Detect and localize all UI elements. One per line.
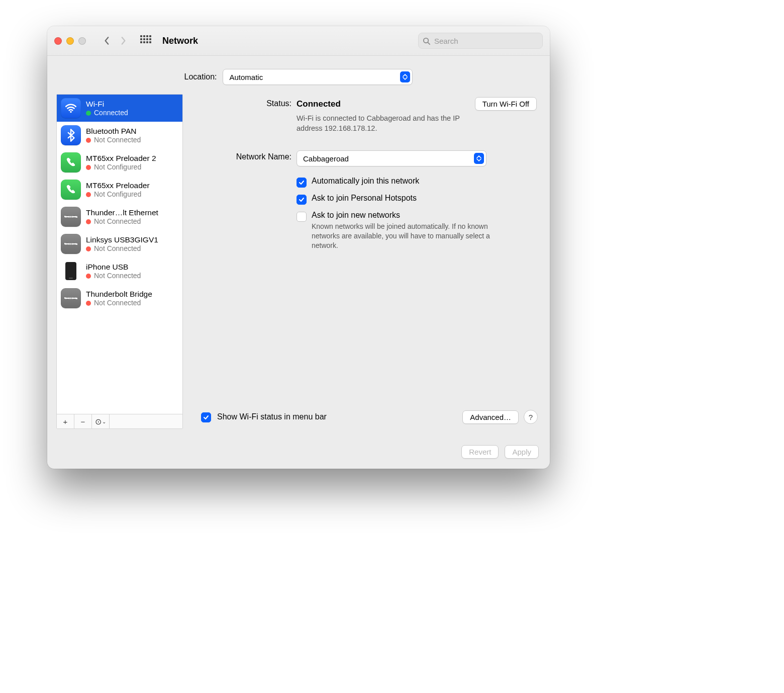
select-stepper-icon [474,153,484,164]
search-field[interactable] [418,33,543,49]
interface-status: Not Connected [86,217,158,226]
forward-button [116,34,130,48]
back-button[interactable] [100,34,114,48]
auto-join-checkbox[interactable] [297,178,307,188]
interface-status: Not Connected [86,272,141,281]
window-title: Network [162,36,198,46]
svg-point-5 [68,216,70,217]
detail-panel: Status: Connected Turn Wi-Fi Off Wi-Fi i… [191,94,541,429]
add-interface-button[interactable]: + [57,414,74,428]
bt-icon [61,125,81,145]
status-dot-icon [86,301,91,306]
interface-status: Connected [86,109,128,118]
sidebar-item-mt65xx-preloader[interactable]: MT65xx PreloaderNot Configured [57,176,182,203]
sidebar-item-thunder-lt-ethernet[interactable]: Thunder…lt EthernetNot Connected [57,203,182,230]
show-status-label: Show Wi-Fi status in menu bar [217,412,327,421]
window-toolbar: Network [47,26,550,56]
apply-button: Apply [505,445,539,459]
network-name-label: Network Name: [191,150,297,161]
sidebar-item-bluetooth-pan[interactable]: Bluetooth PANNot Connected [57,122,182,149]
sidebar-item-iphone-usb[interactable]: iPhone USBNot Connected [57,257,182,285]
show-status-checkbox[interactable] [201,412,211,422]
svg-point-6 [70,216,71,217]
interface-status: Not Configured [86,163,156,172]
ask-new-label: Ask to join new networks [312,211,493,220]
svg-point-2 [70,111,71,113]
network-name-value: Cabbageroad [303,154,469,163]
interface-name: iPhone USB [86,262,141,272]
location-select[interactable]: Automatic [223,69,413,85]
interface-name: Wi-Fi [86,99,128,109]
ask-hotspot-checkbox[interactable] [297,195,307,205]
status-dot-icon [86,138,91,143]
status-dot-icon [86,111,91,116]
sidebar-item-mt65xx-preloader-2[interactable]: MT65xx Preloader 2Not Configured [57,149,182,176]
sidebar-item-linksys-usb3gigv1[interactable]: Linksys USB3GIGV1Not Connected [57,230,182,257]
toggle-wifi-button[interactable]: Turn Wi-Fi Off [475,97,537,111]
svg-point-12 [72,243,73,244]
ask-new-row: Ask to join new networks Known networks … [297,208,537,253]
network-prefs-window: Network Location: Automatic Wi-FiConnect… [47,26,550,469]
wifi-icon [61,98,81,118]
search-input[interactable] [433,36,538,46]
eth-icon [61,234,81,254]
status-dot-icon [86,246,91,251]
svg-point-7 [72,216,73,217]
interface-name: Thunderbolt Bridge [86,289,152,299]
remove-interface-button[interactable]: − [74,414,92,428]
window-controls [54,37,86,45]
close-window-button[interactable] [54,37,62,45]
auto-join-label: Automatically join this network [312,177,419,186]
help-button[interactable]: ? [524,410,538,424]
phone-icon [61,180,81,200]
interface-name: Bluetooth PAN [86,126,141,136]
svg-point-17 [72,297,73,299]
location-row: Location: Automatic [47,56,550,94]
ask-hotspot-row: Ask to join Personal Hotspots [297,191,537,208]
status-dot-icon [86,274,91,279]
zoom-window-button [78,37,86,45]
ask-new-hint: Known networks will be joined automatica… [312,222,493,250]
show-all-icon[interactable] [140,35,151,46]
svg-point-10 [68,243,70,244]
interface-actions-button[interactable]: ⊙⌄ [92,414,110,428]
svg-point-16 [70,297,71,299]
interface-name: Linksys USB3GIGV1 [86,235,158,244]
sidebar-footer: + − ⊙⌄ [57,414,182,428]
location-label: Location: [184,72,217,81]
interface-name: Thunder…lt Ethernet [86,208,158,217]
phone-icon [61,152,81,172]
minimize-window-button[interactable] [66,37,74,45]
ask-new-checkbox[interactable] [297,212,307,222]
location-value: Automatic [229,73,395,81]
auto-join-row: Automatically join this network [297,174,537,191]
advanced-button[interactable]: Advanced… [462,410,519,424]
interface-status: Not Connected [86,244,158,253]
interface-status: Not Connected [86,136,141,145]
revert-button: Revert [461,445,499,459]
status-label: Status: [191,97,297,108]
status-dot-icon [86,192,91,197]
interface-sidebar: Wi-FiConnectedBluetooth PANNot Connected… [56,94,183,429]
svg-point-11 [70,243,71,244]
network-name-select[interactable]: Cabbageroad [297,150,486,166]
nav-buttons [100,34,130,48]
interface-list: Wi-FiConnectedBluetooth PANNot Connected… [57,95,182,414]
sidebar-item-wi-fi[interactable]: Wi-FiConnected [57,95,182,122]
ask-hotspot-label: Ask to join Personal Hotspots [312,194,417,203]
window-footer: Revert Apply [47,437,550,469]
interface-name: MT65xx Preloader 2 [86,153,156,163]
svg-point-15 [68,297,70,299]
eth-icon [61,288,81,308]
interface-status: Not Connected [86,299,152,308]
interface-name: MT65xx Preloader [86,181,150,190]
search-icon [423,37,430,45]
status-dot-icon [86,165,91,170]
status-description: Wi-Fi is connected to Cabbageroad and ha… [297,114,487,133]
eth-icon [61,207,81,227]
iphone-icon [61,261,81,281]
interface-status: Not Configured [86,190,150,199]
status-value: Connected [297,99,341,109]
sidebar-item-thunderbolt-bridge[interactable]: Thunderbolt BridgeNot Connected [57,285,182,312]
svg-line-1 [428,42,430,44]
